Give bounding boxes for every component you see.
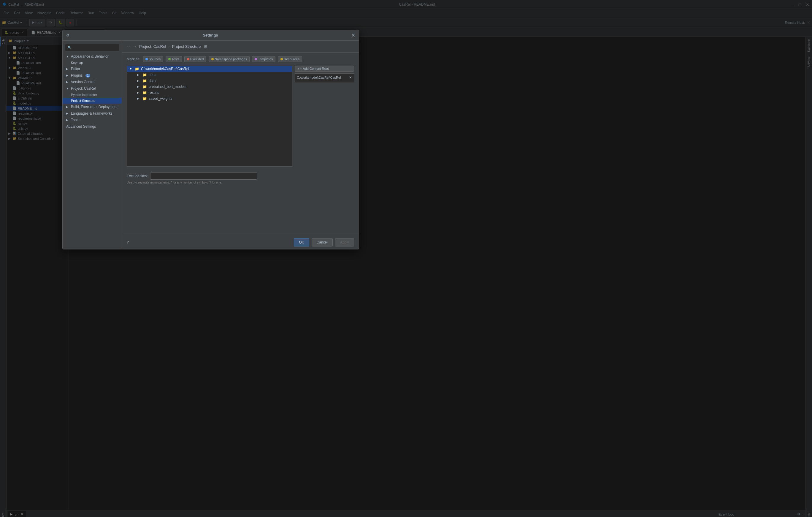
build-label: Build, Execution, Deployment [71,105,118,109]
exclude-files-input[interactable] [150,172,257,180]
plugins-label: Plugins [71,73,83,78]
sources-dot [145,58,148,60]
mark-tests-btn[interactable]: Tests [166,56,182,62]
namespace-label: Namespace packages [214,57,247,61]
settings-item-editor[interactable]: ▶ Editor [63,65,122,72]
project-arrow: ▼ [66,87,69,90]
saved-folder-icon: 📁 [142,97,147,101]
help-icon[interactable]: ? [127,240,129,244]
ok-button[interactable]: OK [294,238,309,246]
mark-sources-btn[interactable]: Sources [143,56,163,62]
saved-arrow: ▶ [137,97,141,100]
settings-item-languages[interactable]: ▶ Languages & Frameworks [63,110,122,117]
settings-dialog: ⚙ Settings ✕ ▼ Appearance & Behavior Key… [62,30,359,249]
dialog-title: Settings [203,33,218,37]
tooltip-close-icon[interactable]: ✕ [349,76,352,80]
settings-item-project-structure[interactable]: Project Structure [63,98,122,104]
breadcrumb-part2: Project Structure [172,44,201,49]
file-tree: ▼ 📁 C:\work\model\CasRel\CasRel ▶ 📁 .ide… [127,65,292,167]
breadcrumb-part1: Project: CasRel [139,44,166,49]
file-tree-root[interactable]: ▼ 📁 C:\work\model\CasRel\CasRel [127,66,292,72]
data-arrow: ▶ [137,79,141,82]
pretrained-arrow: ▶ [137,85,141,88]
results-label: results [149,90,159,95]
idea-folder-icon: 📁 [142,73,147,77]
file-tree-data[interactable]: ▶ 📁 data [127,78,292,84]
tools-arrow: ▶ [66,118,69,121]
tools-label: Tools [71,118,79,122]
content-main: Mark as: Sources Tests Excluded [122,53,359,235]
root-folder-icon: 📁 [135,67,139,71]
add-content-root-btn[interactable]: + + Add Content Root [295,65,354,72]
file-tree-saved[interactable]: ▶ 📁 saved_weights [127,96,292,102]
settings-item-vcs[interactable]: ▶ Version Control [63,79,122,85]
python-interpreter-label: Python Interpreter [71,93,97,97]
file-tree-idea[interactable]: ▶ 📁 .idea [127,72,292,78]
settings-content: ← → Project: CasRel › Project Structure … [122,41,359,249]
dialog-title-bar: ⚙ Settings ✕ [63,30,359,41]
plugins-arrow: ▶ [66,74,69,77]
languages-label: Languages & Frameworks [71,111,113,115]
apply-button[interactable]: Apply [335,238,354,246]
resources-dot [281,58,283,60]
data-folder-icon: 📁 [142,79,147,83]
dialog-body: ▼ Appearance & Behavior Keymap ▶ Editor … [63,41,359,249]
plugins-badge: 1 [85,74,90,78]
root-arrow: ▼ [129,67,133,71]
settings-item-tools[interactable]: ▶ Tools [63,117,122,123]
settings-item-appearance[interactable]: ▼ Appearance & Behavior [63,53,122,60]
results-folder-icon: 📁 [142,90,147,95]
content-root-panel: + + Add Content Root C:\work\model\CasRe… [295,65,354,170]
excluded-label: Excluded [190,57,204,61]
tooltip-path: C:\work\model\CasRel\CasRel [297,76,341,79]
advanced-label: Advanced Settings [66,125,96,129]
settings-search-input[interactable] [65,44,119,51]
project-settings-label: Project: CasRel [71,86,95,90]
mark-resources-btn[interactable]: Resources [278,56,302,62]
mark-excluded-btn[interactable]: Excluded [184,56,206,62]
settings-sidebar: ▼ Appearance & Behavior Keymap ▶ Editor … [63,41,122,249]
add-content-root-label: + Add Content Root [300,67,328,71]
mark-namespace-btn[interactable]: Namespace packages [209,56,250,62]
file-tree-results[interactable]: ▶ 📁 results [127,90,292,96]
breadcrumb-icon[interactable]: ⊞ [204,44,207,49]
editor-arrow: ▶ [66,67,69,71]
cancel-button[interactable]: Cancel [312,238,333,246]
content-root-tooltip: C:\work\model\CasRel\CasRel ✕ [295,73,354,83]
settings-item-project[interactable]: ▼ Project: CasRel [63,85,122,92]
idea-label: .idea [149,73,156,77]
content-header: ← → Project: CasRel › Project Structure … [122,41,359,53]
dialog-title-icon: ⚙ [66,33,69,37]
mark-templates-btn[interactable]: Templates [252,56,276,62]
appearance-arrow: ▼ [66,55,69,58]
keymap-label: Keymap [71,61,83,64]
nav-forward-icon[interactable]: → [133,44,137,49]
settings-item-plugins[interactable]: ▶ Plugins 1 [63,72,122,79]
file-tree-pretrained[interactable]: ▶ 📁 pretrained_bert_models [127,84,292,90]
nav-back-icon[interactable]: ← [127,44,130,49]
tests-label: Tests [172,57,179,61]
add-content-root-icon: + [297,67,299,71]
tooltip-header: C:\work\model\CasRel\CasRel ✕ [297,76,352,80]
dialog-close-button[interactable]: ✕ [351,32,355,38]
sources-label: Sources [149,57,161,61]
mark-as-label: Mark as: [127,57,140,61]
settings-item-python-interpreter[interactable]: Python Interpreter [63,92,122,98]
file-tree-section: ▼ 📁 C:\work\model\CasRel\CasRel ▶ 📁 .ide… [127,65,354,170]
saved-label: saved_weights [149,97,172,101]
appearance-label: Appearance & Behavior [71,54,109,58]
settings-item-keymap[interactable]: Keymap [63,60,122,65]
languages-arrow: ▶ [66,112,69,115]
excluded-dot [187,58,190,60]
pretrained-folder-icon: 📁 [142,85,147,89]
root-path-label: C:\work\model\CasRel\CasRel [141,67,189,71]
mark-as-bar: Mark as: Sources Tests Excluded [127,56,354,62]
settings-item-advanced[interactable]: Advanced Settings [63,123,122,130]
settings-item-build[interactable]: ▶ Build, Execution, Deployment [63,104,122,110]
exclude-section: Exclude files: Use ; to separate name pa… [127,172,354,184]
namespace-dot [211,58,214,60]
breadcrumb-sep: › [168,44,170,49]
build-arrow: ▶ [66,105,69,108]
exclude-hint: Use ; to separate name patterns, * for a… [127,181,354,184]
editor-label: Editor [71,67,80,71]
